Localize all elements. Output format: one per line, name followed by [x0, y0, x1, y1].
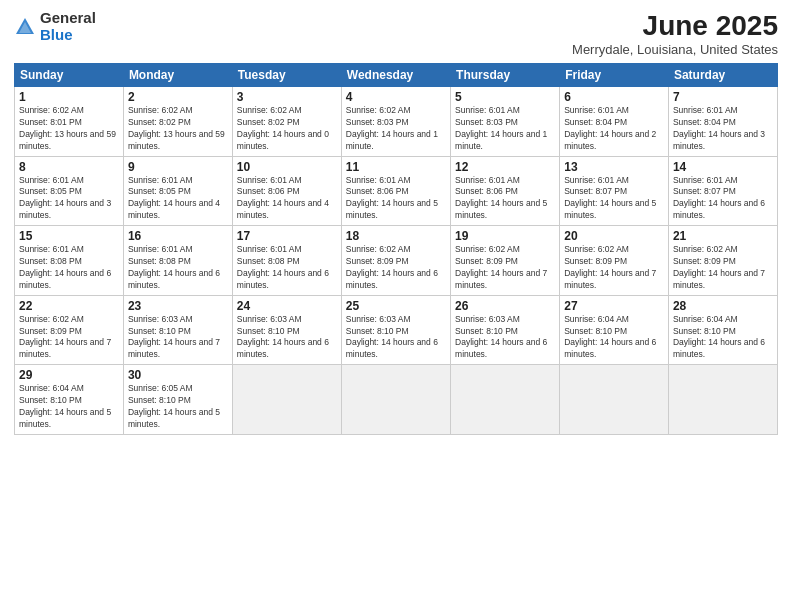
- sunrise-label: Sunrise: 6:03 AM: [128, 314, 193, 324]
- col-header-monday: Monday: [123, 64, 232, 87]
- day-info: Sunrise: 6:01 AM Sunset: 8:06 PM Dayligh…: [237, 175, 337, 223]
- daylight-label: Daylight: 14 hours and 4 minutes.: [237, 198, 329, 220]
- calendar-cell: 17 Sunrise: 6:01 AM Sunset: 8:08 PM Dayl…: [232, 226, 341, 296]
- day-number: 14: [673, 160, 773, 174]
- daylight-label: Daylight: 14 hours and 7 minutes.: [19, 337, 111, 359]
- daylight-label: Daylight: 14 hours and 0 minutes.: [237, 129, 329, 151]
- day-number: 5: [455, 90, 555, 104]
- sunrise-label: Sunrise: 6:01 AM: [455, 105, 520, 115]
- day-number: 22: [19, 299, 119, 313]
- sunrise-label: Sunrise: 6:02 AM: [346, 105, 411, 115]
- day-number: 9: [128, 160, 228, 174]
- calendar-cell: [232, 365, 341, 435]
- calendar-cell: [451, 365, 560, 435]
- calendar-cell: 15 Sunrise: 6:01 AM Sunset: 8:08 PM Dayl…: [15, 226, 124, 296]
- sunset-label: Sunset: 8:06 PM: [237, 186, 300, 196]
- calendar-cell: [341, 365, 450, 435]
- sunrise-label: Sunrise: 6:01 AM: [128, 175, 193, 185]
- calendar-cell: 18 Sunrise: 6:02 AM Sunset: 8:09 PM Dayl…: [341, 226, 450, 296]
- day-number: 4: [346, 90, 446, 104]
- sunset-label: Sunset: 8:06 PM: [455, 186, 518, 196]
- daylight-label: Daylight: 14 hours and 1 minute.: [455, 129, 547, 151]
- daylight-label: Daylight: 13 hours and 59 minutes.: [128, 129, 225, 151]
- calendar-cell: 3 Sunrise: 6:02 AM Sunset: 8:02 PM Dayli…: [232, 87, 341, 157]
- daylight-label: Daylight: 14 hours and 7 minutes.: [455, 268, 547, 290]
- title-block: June 2025 Merrydale, Louisiana, United S…: [572, 10, 778, 57]
- sunset-label: Sunset: 8:10 PM: [19, 395, 82, 405]
- sunrise-label: Sunrise: 6:01 AM: [346, 175, 411, 185]
- calendar-cell: 23 Sunrise: 6:03 AM Sunset: 8:10 PM Dayl…: [123, 295, 232, 365]
- daylight-label: Daylight: 14 hours and 6 minutes.: [673, 198, 765, 220]
- daylight-label: Daylight: 14 hours and 3 minutes.: [673, 129, 765, 151]
- calendar-cell: [560, 365, 669, 435]
- sunset-label: Sunset: 8:06 PM: [346, 186, 409, 196]
- day-number: 27: [564, 299, 664, 313]
- sunset-label: Sunset: 8:10 PM: [455, 326, 518, 336]
- sunrise-label: Sunrise: 6:02 AM: [19, 314, 84, 324]
- sunset-label: Sunset: 8:09 PM: [346, 256, 409, 266]
- day-number: 10: [237, 160, 337, 174]
- calendar-cell: 11 Sunrise: 6:01 AM Sunset: 8:06 PM Dayl…: [341, 156, 450, 226]
- daylight-label: Daylight: 14 hours and 6 minutes.: [346, 337, 438, 359]
- location-title: Merrydale, Louisiana, United States: [572, 42, 778, 57]
- day-number: 23: [128, 299, 228, 313]
- day-number: 15: [19, 229, 119, 243]
- day-number: 13: [564, 160, 664, 174]
- sunset-label: Sunset: 8:09 PM: [673, 256, 736, 266]
- daylight-label: Daylight: 14 hours and 6 minutes.: [237, 268, 329, 290]
- sunset-label: Sunset: 8:03 PM: [455, 117, 518, 127]
- day-info: Sunrise: 6:02 AM Sunset: 8:02 PM Dayligh…: [237, 105, 337, 153]
- calendar-cell: 1 Sunrise: 6:02 AM Sunset: 8:01 PM Dayli…: [15, 87, 124, 157]
- daylight-label: Daylight: 14 hours and 5 minutes.: [19, 407, 111, 429]
- day-info: Sunrise: 6:02 AM Sunset: 8:09 PM Dayligh…: [455, 244, 555, 292]
- sunrise-label: Sunrise: 6:03 AM: [455, 314, 520, 324]
- day-info: Sunrise: 6:01 AM Sunset: 8:08 PM Dayligh…: [19, 244, 119, 292]
- day-info: Sunrise: 6:03 AM Sunset: 8:10 PM Dayligh…: [237, 314, 337, 362]
- sunrise-label: Sunrise: 6:03 AM: [346, 314, 411, 324]
- calendar-cell: 4 Sunrise: 6:02 AM Sunset: 8:03 PM Dayli…: [341, 87, 450, 157]
- sunrise-label: Sunrise: 6:05 AM: [128, 383, 193, 393]
- calendar-cell: 14 Sunrise: 6:01 AM Sunset: 8:07 PM Dayl…: [668, 156, 777, 226]
- day-info: Sunrise: 6:03 AM Sunset: 8:10 PM Dayligh…: [128, 314, 228, 362]
- calendar-cell: 21 Sunrise: 6:02 AM Sunset: 8:09 PM Dayl…: [668, 226, 777, 296]
- day-info: Sunrise: 6:02 AM Sunset: 8:09 PM Dayligh…: [564, 244, 664, 292]
- sunset-label: Sunset: 8:07 PM: [673, 186, 736, 196]
- day-number: 20: [564, 229, 664, 243]
- day-info: Sunrise: 6:01 AM Sunset: 8:04 PM Dayligh…: [673, 105, 773, 153]
- daylight-label: Daylight: 14 hours and 5 minutes.: [455, 198, 547, 220]
- sunrise-label: Sunrise: 6:02 AM: [673, 244, 738, 254]
- col-header-friday: Friday: [560, 64, 669, 87]
- calendar-cell: 30 Sunrise: 6:05 AM Sunset: 8:10 PM Dayl…: [123, 365, 232, 435]
- sunrise-label: Sunrise: 6:01 AM: [673, 175, 738, 185]
- day-number: 6: [564, 90, 664, 104]
- day-info: Sunrise: 6:04 AM Sunset: 8:10 PM Dayligh…: [19, 383, 119, 431]
- daylight-label: Daylight: 14 hours and 4 minutes.: [128, 198, 220, 220]
- daylight-label: Daylight: 14 hours and 5 minutes.: [346, 198, 438, 220]
- day-info: Sunrise: 6:01 AM Sunset: 8:06 PM Dayligh…: [346, 175, 446, 223]
- calendar-cell: 12 Sunrise: 6:01 AM Sunset: 8:06 PM Dayl…: [451, 156, 560, 226]
- sunrise-label: Sunrise: 6:02 AM: [128, 105, 193, 115]
- calendar-week-row: 22 Sunrise: 6:02 AM Sunset: 8:09 PM Dayl…: [15, 295, 778, 365]
- col-header-tuesday: Tuesday: [232, 64, 341, 87]
- day-number: 19: [455, 229, 555, 243]
- logo-icon: [14, 16, 36, 38]
- calendar-cell: 22 Sunrise: 6:02 AM Sunset: 8:09 PM Dayl…: [15, 295, 124, 365]
- calendar-cell: 13 Sunrise: 6:01 AM Sunset: 8:07 PM Dayl…: [560, 156, 669, 226]
- daylight-label: Daylight: 14 hours and 5 minutes.: [128, 407, 220, 429]
- calendar-cell: 2 Sunrise: 6:02 AM Sunset: 8:02 PM Dayli…: [123, 87, 232, 157]
- calendar-cell: [668, 365, 777, 435]
- daylight-label: Daylight: 13 hours and 59 minutes.: [19, 129, 116, 151]
- day-info: Sunrise: 6:02 AM Sunset: 8:09 PM Dayligh…: [673, 244, 773, 292]
- sunrise-label: Sunrise: 6:01 AM: [19, 175, 84, 185]
- sunrise-label: Sunrise: 6:02 AM: [564, 244, 629, 254]
- calendar-cell: 7 Sunrise: 6:01 AM Sunset: 8:04 PM Dayli…: [668, 87, 777, 157]
- calendar-cell: 25 Sunrise: 6:03 AM Sunset: 8:10 PM Dayl…: [341, 295, 450, 365]
- daylight-label: Daylight: 14 hours and 7 minutes.: [673, 268, 765, 290]
- sunrise-label: Sunrise: 6:01 AM: [564, 105, 629, 115]
- daylight-label: Daylight: 14 hours and 5 minutes.: [564, 198, 656, 220]
- calendar-cell: 8 Sunrise: 6:01 AM Sunset: 8:05 PM Dayli…: [15, 156, 124, 226]
- sunset-label: Sunset: 8:08 PM: [19, 256, 82, 266]
- day-info: Sunrise: 6:01 AM Sunset: 8:05 PM Dayligh…: [19, 175, 119, 223]
- day-info: Sunrise: 6:01 AM Sunset: 8:04 PM Dayligh…: [564, 105, 664, 153]
- day-number: 2: [128, 90, 228, 104]
